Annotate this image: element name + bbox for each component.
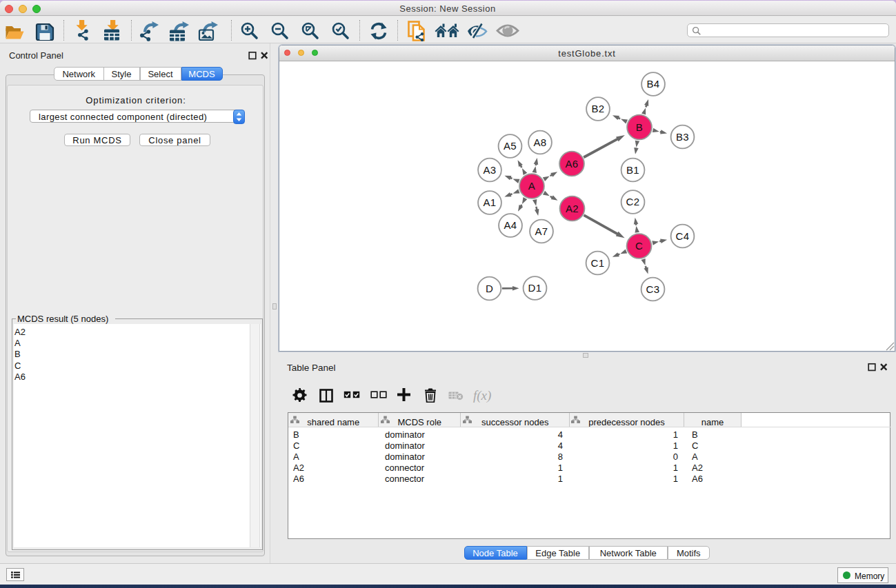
svg-text:B3: B3 bbox=[676, 131, 689, 143]
svg-text:A3: A3 bbox=[484, 164, 497, 176]
svg-text:D1: D1 bbox=[528, 282, 542, 294]
svg-text:B2: B2 bbox=[592, 103, 605, 114]
svg-text:B4: B4 bbox=[647, 78, 660, 90]
svg-text:A5: A5 bbox=[504, 140, 517, 152]
svg-text:C1: C1 bbox=[591, 257, 605, 269]
svg-text:A1: A1 bbox=[484, 196, 497, 208]
svg-text:D: D bbox=[486, 283, 493, 294]
svg-text:A: A bbox=[528, 180, 535, 192]
svg-text:C4: C4 bbox=[676, 230, 690, 242]
svg-text:A8: A8 bbox=[534, 136, 547, 148]
svg-text:C2: C2 bbox=[626, 196, 640, 207]
svg-text:A6: A6 bbox=[566, 158, 579, 170]
svg-text:A2: A2 bbox=[566, 203, 579, 214]
svg-text:B1: B1 bbox=[626, 164, 639, 176]
svg-text:A4: A4 bbox=[504, 219, 517, 231]
svg-text:C: C bbox=[635, 240, 643, 252]
svg-text:A7: A7 bbox=[535, 225, 548, 237]
svg-text:B: B bbox=[636, 121, 643, 133]
svg-text:C3: C3 bbox=[646, 283, 660, 295]
